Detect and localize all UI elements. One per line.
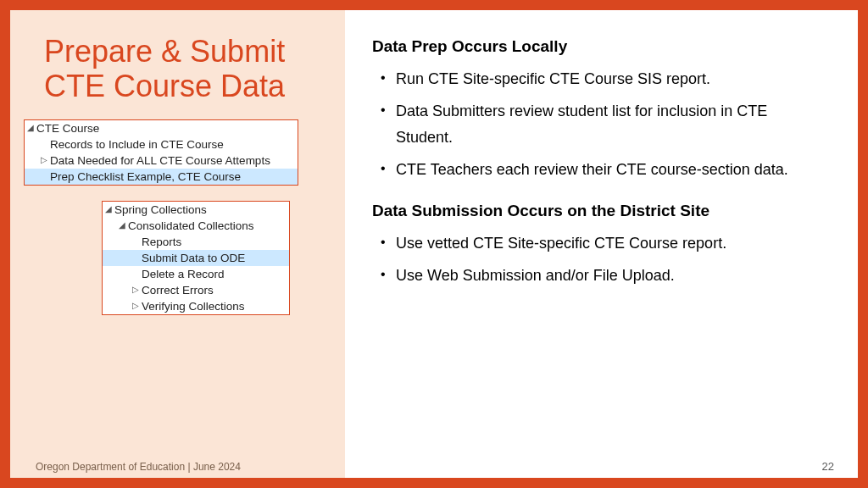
chevron-down-icon: ◢ <box>104 203 113 216</box>
tree-item-reports[interactable]: Reports <box>103 234 289 250</box>
bullet-item: CTE Teachers each review their CTE cours… <box>396 157 824 184</box>
tree-item-records-include[interactable]: Records to Include in CTE Course <box>25 136 298 152</box>
tree-label: CTE Course <box>35 120 99 137</box>
tree-item-consolidated[interactable]: ◢ Consolidated Collections <box>103 218 289 234</box>
tree-label: Prep Checklist Example, CTE Course <box>48 169 241 186</box>
page-number: 22 <box>822 460 834 473</box>
tree-label: Records to Include in CTE Course <box>48 136 224 153</box>
tree-label: Reports <box>140 234 181 251</box>
tree-label: Verifying Collections <box>140 298 245 315</box>
tree-item-data-needed[interactable]: ▷ Data Needed for ALL CTE Course Attempt… <box>25 152 298 169</box>
bullet-item: Use Web Submission and/or File Upload. <box>396 263 824 290</box>
bullet-item: Data Submitters review student list for … <box>396 98 824 152</box>
heading-data-submission: Data Submission Occurs on the District S… <box>372 202 824 220</box>
tree-label: Consolidated Collections <box>126 218 254 235</box>
tree-item-correct-errors[interactable]: ▷ Correct Errors <box>103 282 289 298</box>
tree-item-submit-ode[interactable]: Submit Data to ODE <box>103 250 289 266</box>
chevron-right-icon: ▷ <box>131 300 140 313</box>
tree-item-cte-course[interactable]: ◢ CTE Course <box>25 120 298 136</box>
tree-label: Data Needed for ALL CTE Course Attempts <box>48 152 270 169</box>
footer-text: Oregon Department of Education | June 20… <box>36 461 241 473</box>
tree-label: Submit Data to ODE <box>140 250 245 267</box>
bullet-item: Run CTE Site-specific CTE Course SIS rep… <box>396 66 824 93</box>
right-panel: Data Prep Occurs Locally Run CTE Site-sp… <box>345 10 858 478</box>
bullet-item: Use vetted CTE Site-specific CTE Course … <box>396 230 824 258</box>
tree-spring-collections: ◢ Spring Collections ◢ Consolidated Coll… <box>102 201 290 315</box>
tree-item-delete-record[interactable]: Delete a Record <box>103 266 289 282</box>
slide-title: Prepare & Submit CTE Course Data <box>10 34 345 119</box>
bullet-list-submission: Use vetted CTE Site-specific CTE Course … <box>372 230 824 289</box>
chevron-down-icon: ◢ <box>26 122 35 135</box>
tree-item-verifying[interactable]: ▷ Verifying Collections <box>103 298 289 314</box>
heading-data-prep: Data Prep Occurs Locally <box>372 37 824 56</box>
tree-item-spring-collections[interactable]: ◢ Spring Collections <box>103 202 289 218</box>
tree-label: Spring Collections <box>113 202 207 219</box>
chevron-down-icon: ◢ <box>118 219 126 232</box>
slide-frame: Prepare & Submit CTE Course Data ◢ CTE C… <box>0 0 868 488</box>
slide-inner: Prepare & Submit CTE Course Data ◢ CTE C… <box>10 10 858 478</box>
chevron-right-icon: ▷ <box>40 154 48 167</box>
tree-cte-course: ◢ CTE Course Records to Include in CTE C… <box>24 119 298 186</box>
left-panel: Prepare & Submit CTE Course Data ◢ CTE C… <box>10 10 345 478</box>
tree-label: Delete a Record <box>140 266 225 283</box>
tree-item-prep-checklist[interactable]: Prep Checklist Example, CTE Course <box>25 169 298 185</box>
tree-label: Correct Errors <box>140 282 214 299</box>
chevron-right-icon: ▷ <box>131 284 140 297</box>
bullet-list-prep: Run CTE Site-specific CTE Course SIS rep… <box>372 66 824 183</box>
